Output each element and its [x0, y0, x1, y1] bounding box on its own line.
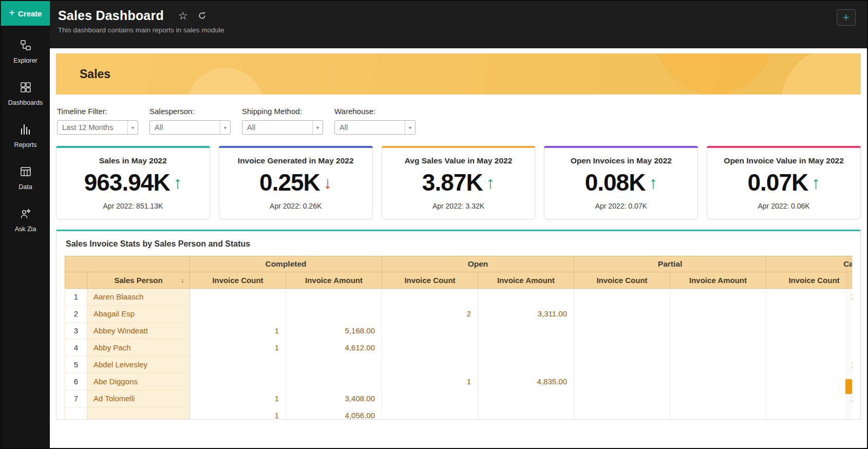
- refresh-icon[interactable]: [197, 11, 207, 21]
- cancelled-count-cell[interactable]: [766, 322, 852, 339]
- kpi-card-open-invoice-value[interactable]: Open Invoice Value in May 2022 0.07K ↑ A…: [707, 146, 861, 219]
- completed-amount-header[interactable]: Invoice Amount: [286, 272, 382, 288]
- partial-count-cell[interactable]: [574, 322, 670, 339]
- completed-count-cell[interactable]: [190, 356, 286, 373]
- partial-amount-cell[interactable]: [670, 305, 766, 322]
- partial-count-cell[interactable]: [574, 339, 670, 356]
- sales-person-cell[interactable]: Aaren Blaasch: [87, 288, 190, 305]
- open-count-header[interactable]: Invoice Count: [382, 272, 478, 288]
- sales-person-header[interactable]: Sales Person ↓: [87, 272, 190, 288]
- open-amount-cell[interactable]: [478, 356, 574, 373]
- partial-amount-cell[interactable]: [670, 322, 766, 339]
- cancelled-count-cell[interactable]: 1: [766, 390, 852, 407]
- salesperson-filter-dropdown[interactable]: All ▾: [149, 120, 231, 135]
- completed-amount-cell[interactable]: 4,056.00: [286, 407, 382, 419]
- partial-amount-cell[interactable]: [670, 288, 766, 305]
- kpi-card-sales[interactable]: Sales in May 2022 963.94K ↑ Apr 2022: 85…: [56, 146, 210, 219]
- partial-count-cell[interactable]: [574, 373, 670, 390]
- completed-count-cell[interactable]: 1: [190, 390, 286, 407]
- shipping-method-filter-dropdown[interactable]: All ▾: [242, 120, 323, 135]
- partial-amount-cell[interactable]: [670, 339, 766, 356]
- partial-amount-header[interactable]: Invoice Amount: [670, 272, 766, 288]
- warehouse-filter-dropdown[interactable]: All ▾: [334, 120, 416, 135]
- partial-amount-cell[interactable]: [670, 407, 766, 419]
- kpi-card-avg-sales-value[interactable]: Avg Sales Value in May 2022 3.87K ↑ Apr …: [382, 146, 536, 219]
- open-count-cell[interactable]: [382, 339, 478, 356]
- cancelled-count-cell[interactable]: [766, 305, 852, 322]
- completed-amount-cell[interactable]: 4,612.00: [286, 339, 382, 356]
- sidebar-item-data[interactable]: Data: [1, 165, 50, 191]
- kpi-card-invoices-generated[interactable]: Invoice Generated in May 2022 0.25K ↓ Ap…: [219, 146, 373, 219]
- open-amount-cell[interactable]: 3,311.00: [478, 305, 574, 322]
- completed-amount-cell[interactable]: [286, 288, 382, 305]
- partial-count-cell[interactable]: [574, 288, 670, 305]
- plus-icon: +: [9, 7, 15, 19]
- open-amount-cell[interactable]: [478, 288, 574, 305]
- partial-count-cell[interactable]: [574, 305, 670, 322]
- sales-person-cell[interactable]: Abdel Leivesley: [87, 356, 190, 373]
- sidebar-item-dashboards[interactable]: Dashboards: [1, 81, 50, 106]
- partial-count-cell[interactable]: [574, 407, 670, 419]
- completed-count-cell[interactable]: 1: [190, 322, 286, 339]
- partial-amount-cell[interactable]: [670, 356, 766, 373]
- open-amount-cell[interactable]: [478, 390, 574, 407]
- open-count-cell[interactable]: [382, 322, 478, 339]
- kpi-comparison: Apr 2022: 3.32K: [386, 202, 531, 210]
- completed-count-header[interactable]: Invoice Count: [190, 272, 286, 288]
- open-amount-cell[interactable]: [478, 339, 574, 356]
- sidebar-item-ask-zia[interactable]: Ask Zia: [1, 208, 50, 233]
- completed-count-cell[interactable]: 1: [190, 407, 286, 419]
- kpi-card-open-invoices[interactable]: Open Invoices in May 2022 0.08K ↑ Apr 20…: [544, 146, 698, 219]
- completed-count-cell[interactable]: [190, 305, 286, 322]
- kpi-title: Open Invoices in May 2022: [549, 156, 693, 165]
- scrollbar-thumb[interactable]: [845, 379, 852, 394]
- open-count-cell[interactable]: [382, 288, 478, 305]
- sales-person-cell[interactable]: Abbey Windeatt: [87, 322, 190, 339]
- open-count-cell[interactable]: 1: [382, 373, 478, 390]
- partial-count-cell[interactable]: [574, 356, 670, 373]
- open-count-cell[interactable]: [382, 356, 478, 373]
- partial-count-cell[interactable]: [574, 390, 670, 407]
- open-amount-cell[interactable]: 4,835.00: [478, 373, 574, 390]
- timeline-filter-dropdown[interactable]: Last 12 Months ▾: [57, 120, 138, 135]
- trend-down-icon: ↓: [324, 174, 332, 191]
- completed-amount-cell[interactable]: [286, 356, 382, 373]
- open-amount-cell[interactable]: [478, 407, 574, 419]
- completed-count-cell[interactable]: [190, 288, 286, 305]
- open-amount-header[interactable]: Invoice Amount: [478, 272, 574, 288]
- sales-person-cell[interactable]: [87, 407, 190, 419]
- cancelled-count-cell[interactable]: 1: [766, 356, 852, 373]
- open-count-cell[interactable]: [382, 390, 478, 407]
- row-number: 6: [65, 373, 87, 390]
- open-count-cell[interactable]: 2: [382, 305, 478, 322]
- table-vertical-scrollbar[interactable]: [845, 256, 852, 419]
- add-button[interactable]: +: [837, 9, 856, 26]
- completed-amount-cell[interactable]: 3,408.00: [286, 390, 382, 407]
- sidebar-item-explorer[interactable]: Explorer: [1, 39, 50, 64]
- completed-count-cell[interactable]: [190, 373, 286, 390]
- completed-amount-cell[interactable]: 5,168.00: [286, 322, 382, 339]
- sales-person-cell[interactable]: Abagail Esp: [87, 305, 190, 322]
- cancelled-count-cell[interactable]: [766, 407, 852, 419]
- open-amount-cell[interactable]: [478, 322, 574, 339]
- partial-count-header[interactable]: Invoice Count: [574, 272, 670, 288]
- completed-count-cell[interactable]: 1: [190, 339, 286, 356]
- favorite-star-icon[interactable]: ☆: [178, 10, 188, 21]
- sort-descending-icon[interactable]: ↓: [181, 276, 184, 284]
- cancelled-count-cell[interactable]: 1: [766, 288, 852, 305]
- completed-amount-cell[interactable]: [286, 373, 382, 390]
- cancelled-count-cell[interactable]: [766, 339, 852, 356]
- sidebar-item-reports[interactable]: Reports: [1, 123, 50, 148]
- banner-decoration: [187, 68, 264, 95]
- partial-amount-cell[interactable]: [670, 390, 766, 407]
- sales-person-cell[interactable]: Abby Pach: [87, 339, 190, 356]
- sales-person-cell[interactable]: Ad Tolomelli: [87, 390, 190, 407]
- open-count-cell[interactable]: [382, 407, 478, 419]
- sales-person-cell[interactable]: Abe Diggons: [87, 373, 190, 390]
- cancelled-count-cell[interactable]: [766, 373, 852, 390]
- partial-amount-cell[interactable]: [670, 373, 766, 390]
- completed-amount-cell[interactable]: [286, 305, 382, 322]
- create-button[interactable]: + Create: [1, 1, 50, 26]
- cancelled-count-header[interactable]: Invoice Count: [766, 272, 852, 288]
- dashboards-icon: [20, 81, 32, 95]
